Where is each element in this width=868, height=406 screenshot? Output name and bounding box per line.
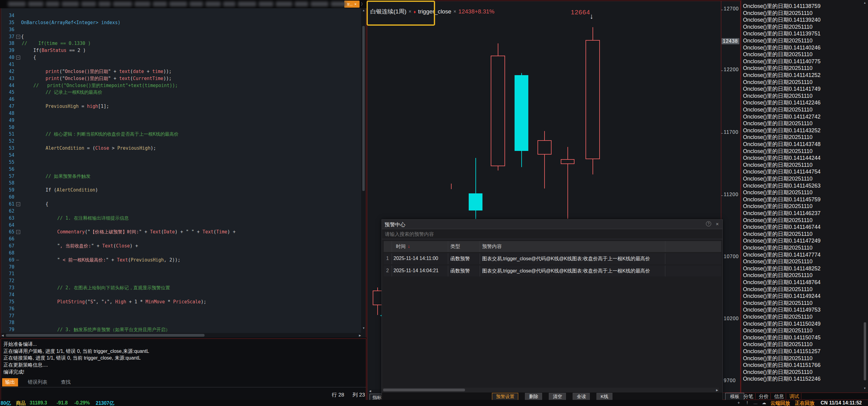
candle-wick-bottom: [544, 155, 545, 189]
code-line-41: 41: [1, 61, 359, 68]
code-text: PreviousHigh = high[1];: [45, 103, 109, 110]
fold-marker-icon[interactable]: −: [16, 230, 20, 234]
log-line: Onclose()里的日期0.141151257: [743, 348, 820, 355]
alert-search-input[interactable]: 请输入搜索的预警内容: [382, 229, 722, 239]
tab-redacted-12[interactable]: [223, 2, 236, 6]
alert-scroll-right-icon[interactable]: ▶: [716, 388, 718, 392]
log-scroll-thumb[interactable]: [864, 322, 866, 380]
tab-redacted-1[interactable]: [28, 2, 43, 6]
log-line: Onclose()里的日期0.141148764: [743, 279, 820, 286]
code-text: {: [45, 201, 48, 207]
fold-marker-icon[interactable]: −: [16, 35, 20, 39]
tab-redacted-2[interactable]: [46, 2, 59, 6]
log-scroll-up-icon[interactable]: ▲: [863, 1, 866, 4]
column-content[interactable]: 预警内容: [482, 243, 502, 250]
tab-redacted-13[interactable]: [238, 2, 256, 6]
cell-divider: [480, 266, 480, 276]
line-number: 37: [1, 33, 14, 40]
editor-vertical-scrollbar[interactable]: ▲ ▼: [361, 8, 366, 338]
tab-调试[interactable]: 调试: [789, 394, 799, 400]
code-line-42: 42print("Onclose()里的日期" + text(date + ti…: [1, 68, 359, 75]
line-number: 59: [1, 187, 14, 193]
tab-redacted-17[interactable]: [311, 2, 329, 6]
log-line: Onclose()里的日期20251110: [743, 313, 812, 320]
tab-redacted-16[interactable]: [295, 2, 308, 6]
chart-strategy-close-icon[interactable]: ×: [454, 9, 456, 14]
log-scrollbar[interactable]: ▲ ▼: [863, 0, 868, 393]
fold-marker-icon[interactable]: −: [16, 56, 20, 60]
tab-redacted-5[interactable]: [98, 2, 111, 6]
editor-horizontal-scrollbar[interactable]: ◀ ▶: [1, 333, 362, 338]
tab-close-icon[interactable]: ×: [354, 2, 357, 6]
tab-信息[interactable]: 信息: [774, 394, 784, 400]
code-line-75: 75PlotString("S", "↓", High + 1 * MinMov…: [1, 299, 359, 305]
tab-redacted-7[interactable]: [134, 2, 150, 6]
button-清空[interactable]: 清空: [549, 393, 566, 401]
code-editor[interactable]: 3435OnBarclose(ArrayRef<Integer> indexs)…: [1, 8, 366, 338]
tab-分价[interactable]: 分价: [759, 394, 769, 400]
chart-horizontal-scrollbar[interactable]: ◀: [368, 389, 382, 393]
tab-redacted-8[interactable]: [153, 2, 167, 6]
app-status-bar: 80亿商品31189.3-91.8-0.29%21307亿+!…☁云端回放正在回…: [0, 400, 868, 406]
axis-tickmark: [721, 133, 723, 134]
scroll-down-icon[interactable]: ▼: [362, 327, 365, 330]
axis-tick-9700: 9700: [724, 378, 740, 383]
column-time[interactable]: 时间: [396, 243, 406, 250]
scroll-up-icon[interactable]: ▲: [362, 9, 365, 12]
button-预警设置[interactable]: 预警设置: [492, 393, 518, 401]
fold-marker-icon[interactable]: −: [16, 202, 20, 206]
tab-分笔[interactable]: 分笔: [744, 394, 753, 400]
help-icon[interactable]: ?: [706, 221, 711, 226]
code-text: // print("Onclose()里的timepoint"+text(tim…: [33, 82, 178, 89]
chart-scroll-left-icon[interactable]: ◀: [369, 390, 371, 393]
tab-redacted-10[interactable]: [190, 2, 203, 6]
status-cloud-sync-icon[interactable]: ☁: [762, 400, 766, 405]
alert-center-panel[interactable]: 预警中心 ? × 请输入搜索的预警内容 时间 ↓ 类型 预警内容 12025-1…: [381, 219, 723, 401]
tab-redacted-14[interactable]: [259, 2, 273, 6]
sort-desc-icon[interactable]: ↓: [408, 243, 410, 249]
tab-redacted-4[interactable]: [81, 2, 96, 6]
line-number: 78: [1, 319, 14, 326]
console-tab-查找[interactable]: 查找: [58, 378, 74, 386]
tab-redacted-15[interactable]: [276, 2, 292, 6]
tab-overflow-chevron-icon[interactable]: 〉: [361, 2, 365, 7]
code-line-61: 61−{: [1, 201, 359, 207]
button-K线[interactable]: K线: [596, 393, 612, 401]
console-tab-错误列表[interactable]: 错误列表: [25, 378, 51, 386]
debug-log-panel[interactable]: Onclose()里的日期0.141138759Onclose()里的日期202…: [741, 0, 868, 393]
alert-center-titlebar[interactable]: 预警中心 ? ×: [382, 219, 722, 229]
button-删除[interactable]: 删除: [525, 393, 542, 401]
tab-redacted-3[interactable]: [62, 2, 79, 6]
status-message-icon[interactable]: …: [753, 400, 757, 405]
tab-redacted-18[interactable]: [331, 2, 346, 6]
scroll-right-icon[interactable]: ▶: [359, 334, 361, 337]
column-type[interactable]: 类型: [451, 243, 460, 250]
tab-template[interactable]: 模板: [725, 393, 744, 400]
console-tab-输出[interactable]: 输出: [2, 378, 18, 386]
alert-row-2[interactable]: 22025-11-14 14:04:21函数预警图表交易,trigger_clo…: [384, 266, 721, 276]
line-number: 77: [1, 312, 14, 319]
log-scroll-down-icon[interactable]: ▼: [863, 387, 866, 390]
button-全读[interactable]: 全读: [572, 393, 590, 401]
axis-tickmark: [721, 71, 723, 71]
axis-tickmark: [721, 10, 723, 10]
status-商品: 商品: [16, 400, 26, 406]
tab-redacted-6[interactable]: [113, 2, 132, 6]
alert-row-1[interactable]: 12025-11-14 14:11:00函数预警图表交易,trigger_clo…: [384, 253, 721, 264]
editor-vscroll-thumb[interactable]: [362, 26, 365, 191]
tab-redacted-0[interactable]: [8, 2, 26, 6]
code-line-71: 71: [1, 270, 359, 277]
log-line: Onclose()里的日期0.141144754: [743, 168, 820, 175]
tab-trigger-close-active[interactable]: tr...×: [344, 1, 360, 8]
alert-table-hscrollbar[interactable]: ▶: [382, 388, 719, 392]
status-add-icon[interactable]: +: [738, 400, 740, 405]
alert-hscroll-thumb[interactable]: [383, 388, 465, 391]
tab-redacted-11[interactable]: [206, 2, 221, 6]
editor-hscroll-thumb[interactable]: [6, 334, 205, 337]
close-icon[interactable]: ×: [715, 221, 720, 227]
line-number: 34: [1, 12, 14, 19]
status-alert-icon[interactable]: !: [747, 400, 748, 405]
scroll-left-icon[interactable]: ◀: [2, 334, 4, 337]
tab-redacted-9[interactable]: [169, 2, 187, 6]
axis-current-price: 12438: [721, 38, 739, 44]
